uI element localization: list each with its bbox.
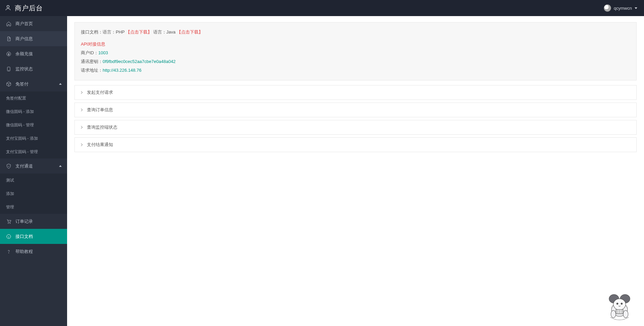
merchant-id-value: 1003 [98, 50, 108, 55]
chevron-down-icon [635, 7, 637, 9]
accordion-title: 发起支付请求 [87, 89, 113, 95]
accordion-query-order: 查询订单信息 [74, 103, 637, 117]
download-php-link[interactable]: 【点击下载】 [126, 29, 152, 35]
user-icon [5, 4, 11, 12]
sidebar-sub-alipay-manage[interactable]: 支付宝固码 - 管理 [0, 145, 67, 158]
sidebar-sub-wechat-manage[interactable]: 微信固码 - 管理 [0, 118, 67, 132]
sidebar-sub-test[interactable]: 测试 [0, 174, 67, 187]
sidebar-item-help[interactable]: 帮助教程 [0, 244, 67, 259]
sidebar-item-channel[interactable]: 支付通道 [0, 158, 67, 174]
sidebar-item-label: 订单记录 [15, 218, 33, 224]
sidebar-item-monitor[interactable]: 监控状态 [0, 61, 67, 76]
sidebar-item-label: 监控状态 [15, 66, 33, 72]
app-title: 商户后台 [15, 4, 43, 13]
accordion-title: 查询订单信息 [87, 107, 113, 113]
accordion-header[interactable]: 支付结果通知 [75, 138, 636, 152]
request-url-row: 请求地址：http://43.226.148.76 [81, 66, 630, 75]
request-url-link[interactable]: http://43.226.148.76 [103, 68, 142, 73]
sidebar-item-label: 余额充值 [15, 51, 33, 57]
chevron-right-icon [80, 109, 83, 111]
document-icon [6, 36, 11, 42]
sidebar-sub-manage[interactable]: 管理 [0, 200, 67, 214]
secret-key-value: 0f9fbdf9ec0cec52aa7cbe7e0a48a042 [103, 59, 176, 64]
chevron-right-icon [80, 143, 83, 146]
question-icon [6, 249, 11, 254]
sidebar-item-recharge[interactable]: 余额充值 [0, 46, 67, 61]
cube-icon [6, 81, 11, 87]
device-icon [6, 66, 11, 72]
sidebar-sub-alipay-add[interactable]: 支付宝固码 - 添加 [0, 132, 67, 145]
sidebar-item-label: 帮助教程 [15, 249, 33, 255]
main-content: 接口文档：语言：PHP 【点击下载】 语言：Java 【点击下载】 API对接信… [67, 16, 644, 326]
accordion-query-monitor: 查询监控端状态 [74, 120, 637, 135]
sidebar-item-label: 商户信息 [15, 36, 33, 42]
sidebar-item-label: 接口文档 [15, 234, 33, 240]
doc-download-row: 接口文档：语言：PHP 【点击下载】 语言：Java 【点击下载】 [81, 28, 630, 37]
sidebar-sub-add[interactable]: 添加 [0, 187, 67, 200]
brand: 商户后台 [5, 4, 43, 13]
download-java-link[interactable]: 【点击下载】 [177, 29, 203, 35]
sidebar-item-orders[interactable]: 订单记录 [0, 214, 67, 229]
user-menu[interactable]: qcymwcn [604, 4, 637, 12]
sidebar-item-label: 免签付 [15, 81, 29, 87]
sidebar-item-label: 支付通道 [15, 163, 33, 169]
sidebar-sub-signfree-config[interactable]: 免签付配置 [0, 91, 67, 105]
sidebar-item-home[interactable]: 商户首页 [0, 16, 67, 31]
chevron-up-icon [59, 83, 62, 85]
svg-point-6 [8, 253, 9, 253]
avatar [604, 4, 611, 12]
sidebar-item-merchant-info[interactable]: 商户信息 [0, 31, 67, 46]
shield-icon [6, 164, 11, 169]
chevron-up-icon [59, 165, 62, 167]
svg-point-4 [10, 223, 10, 223]
accordion-pay-notify: 支付结果通知 [74, 137, 637, 152]
svg-point-3 [8, 223, 9, 223]
info-icon [6, 234, 11, 239]
accordion-header[interactable]: 发起支付请求 [75, 85, 636, 100]
accordion-title: 查询监控端状态 [87, 124, 117, 130]
secret-key-row: 通讯密钥：0f9fbdf9ec0cec52aa7cbe7e0a48a042 [81, 57, 630, 66]
accordion-pay-request: 发起支付请求 [74, 85, 637, 100]
accordion-header[interactable]: 查询监控端状态 [75, 120, 636, 134]
svg-point-0 [7, 5, 9, 8]
home-icon [6, 21, 11, 26]
username: qcymwcn [614, 6, 632, 11]
sidebar-sub-wechat-add[interactable]: 微信固码 - 添加 [0, 105, 67, 118]
sidebar-item-signfree[interactable]: 免签付 [0, 76, 67, 91]
header: 商户后台 qcymwcn [0, 0, 644, 16]
chevron-right-icon [80, 91, 83, 94]
api-info-title: API对接信息 [81, 40, 630, 49]
merchant-id-row: 商户ID：1003 [81, 49, 630, 57]
api-info-panel: 接口文档：语言：PHP 【点击下载】 语言：Java 【点击下载】 API对接信… [74, 22, 637, 80]
cart-icon [6, 219, 11, 224]
sidebar-item-label: 商户首页 [15, 21, 33, 27]
yen-icon [6, 51, 11, 57]
accordion-title: 支付结果通知 [87, 142, 113, 148]
accordion-header[interactable]: 查询订单信息 [75, 103, 636, 117]
sidebar: 商户首页 商户信息 余额充值 监控状态 [0, 16, 67, 326]
sidebar-item-api-doc[interactable]: 接口文档 [0, 229, 67, 244]
chevron-right-icon [80, 126, 83, 129]
